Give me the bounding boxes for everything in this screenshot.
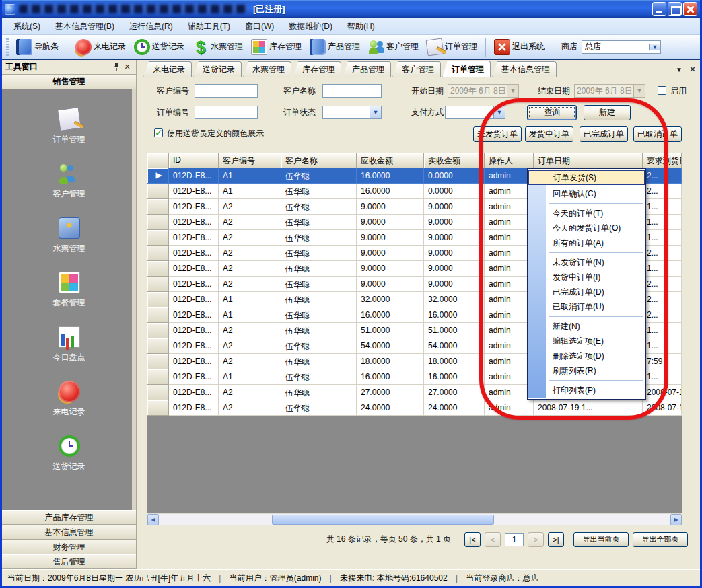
first-page-button[interactable]: |< bbox=[464, 532, 481, 547]
menubar-item[interactable]: 辅助工具(T) bbox=[180, 19, 238, 34]
tab-scroll-down-icon[interactable]: ▼ bbox=[676, 66, 682, 73]
tab-送货记录[interactable]: 送货记录 bbox=[193, 61, 242, 77]
end-date-picker[interactable]: 2009年 6月 8日 ▼ bbox=[574, 84, 645, 98]
context-menu-item-刷新列表(R)[interactable]: 刷新列表(R) bbox=[528, 363, 645, 378]
chevron-down-icon[interactable]: ▼ bbox=[649, 44, 660, 50]
context-menu-item-删除选定项(D)[interactable]: 删除选定项(D) bbox=[528, 348, 645, 363]
toolbar-button-order[interactable]: 订单管理 bbox=[424, 38, 480, 57]
pin-icon[interactable] bbox=[111, 62, 122, 73]
start-date-picker[interactable]: 2009年 6月 8日 ▼ bbox=[448, 84, 519, 98]
status-filter-button-已完成订单[interactable]: 已完成订单 bbox=[580, 126, 628, 142]
close-button[interactable] bbox=[683, 2, 697, 16]
toolbar-button-call[interactable]: 来电记录 bbox=[73, 38, 129, 57]
prev-page-button[interactable]: < bbox=[485, 532, 501, 547]
context-menu-item-今天的发货订单(O)[interactable]: 今天的发货订单(O) bbox=[528, 221, 645, 235]
last-page-button[interactable]: >| bbox=[548, 532, 564, 547]
minimize-button[interactable] bbox=[652, 2, 666, 16]
tab-产品管理[interactable]: 产品管理 bbox=[343, 61, 391, 77]
menubar-item[interactable]: 基本信息管理(B) bbox=[48, 19, 122, 34]
grid-column-header-操作人[interactable]: 操作人 bbox=[485, 153, 534, 168]
scroll-left-icon[interactable]: ◀ bbox=[147, 514, 159, 525]
context-menu-item-打印列表(P)[interactable]: 打印列表(P) bbox=[528, 383, 645, 398]
toolbar-button-dollar[interactable]: 水票管理 bbox=[190, 38, 246, 57]
menubar-item[interactable]: 帮助(H) bbox=[340, 19, 382, 34]
table-row[interactable]: 012D-E8...A2伍华聪24.000024.0000admin2008-0… bbox=[147, 400, 682, 416]
sidebar-section-产品库存管理[interactable]: 产品库存管理 bbox=[2, 510, 136, 525]
grid-column-header-实收金额[interactable]: 实收金额 bbox=[424, 153, 485, 168]
sidebar-item-水票管理[interactable]: 水票管理 bbox=[29, 217, 110, 254]
sidebar-section-财务管理[interactable]: 财务管理 bbox=[2, 540, 136, 554]
context-menu-item-所有的订单(A)[interactable]: 所有的订单(A) bbox=[528, 235, 645, 250]
grid-column-header-要求到货日期[interactable]: 要求到货日期 bbox=[643, 153, 682, 168]
tab-close-icon[interactable]: ✕ bbox=[689, 65, 696, 74]
maximize-button[interactable] bbox=[668, 2, 682, 16]
toolbar-button-navbar[interactable]: 导航条 bbox=[13, 38, 61, 57]
export-all-pages-button[interactable]: 导出全部页 bbox=[633, 532, 688, 547]
sidebar-close-icon[interactable]: ✕ bbox=[122, 62, 133, 73]
tab-来电记录[interactable]: 来电记录 bbox=[143, 61, 192, 77]
query-button[interactable]: 查询 bbox=[527, 105, 577, 120]
customer-no-input[interactable] bbox=[195, 84, 258, 98]
table-cell: A1 bbox=[219, 292, 281, 307]
status-filter-button-未发货订单[interactable]: 未发货订单 bbox=[473, 126, 522, 142]
toolbar-button-grid[interactable]: 库存管理 bbox=[248, 38, 304, 57]
page-number-input[interactable] bbox=[505, 533, 524, 546]
toolbar-separator bbox=[553, 38, 553, 57]
context-menu-item-新建(N)[interactable]: 新建(N) bbox=[528, 319, 645, 334]
context-menu-item-发货中订单(I)[interactable]: 发货中订单(I) bbox=[528, 270, 645, 285]
customer-name-input[interactable] bbox=[322, 84, 382, 98]
sidebar-item-今日盘点[interactable]: 今日盘点 bbox=[29, 326, 110, 363]
toolbar-button-people[interactable]: 客户管理 bbox=[365, 38, 421, 57]
toolbar-button-book[interactable]: 产品管理 bbox=[307, 38, 363, 57]
horizontal-scrollbar[interactable]: ◀ ▶ bbox=[147, 513, 682, 525]
sidebar-item-套餐管理[interactable]: 套餐管理 bbox=[29, 272, 110, 309]
new-button[interactable]: 新建 bbox=[584, 105, 631, 120]
enable-checkbox[interactable] bbox=[658, 86, 666, 95]
table-cell: 012D-E8... bbox=[169, 292, 219, 307]
menubar-item[interactable]: 数据维护(D) bbox=[281, 19, 340, 34]
tab-客户管理[interactable]: 客户管理 bbox=[392, 61, 441, 77]
grid-column-header-订单日期[interactable]: 订单日期 bbox=[534, 153, 643, 168]
row-selector bbox=[147, 246, 169, 261]
status-filter-button-已取消订单[interactable]: 已取消订单 bbox=[633, 126, 682, 142]
next-page-button[interactable]: > bbox=[528, 532, 544, 547]
context-menu-item-未发货订单(N)[interactable]: 未发货订单(N) bbox=[528, 255, 645, 270]
sidebar-section-售后管理[interactable]: 售后管理 bbox=[2, 554, 136, 569]
status-filter-button-发货中订单[interactable]: 发货中订单 bbox=[525, 126, 573, 142]
table-cell: 27.0000 bbox=[424, 385, 485, 400]
grid-column-header-客户编号[interactable]: 客户编号 bbox=[219, 153, 281, 168]
toolbar-button-clock[interactable]: 送货记录 bbox=[131, 38, 187, 57]
tab-订单管理[interactable]: 订单管理 bbox=[442, 61, 491, 77]
table-cell: A2 bbox=[219, 354, 281, 369]
order-no-input[interactable] bbox=[195, 106, 258, 119]
context-menu-item-订单发货(S)[interactable]: 订单发货(S) bbox=[528, 170, 645, 185]
order-status-select[interactable]: ▼ bbox=[322, 106, 382, 119]
grid-column-header-ID[interactable]: ID bbox=[169, 153, 219, 168]
shop-select[interactable]: 总店 ▼ bbox=[582, 40, 661, 54]
tab-基本信息管理[interactable]: 基本信息管理 bbox=[492, 61, 557, 77]
sidebar-section-基本信息管理[interactable]: 基本信息管理 bbox=[2, 525, 136, 540]
toolbar-button-exit[interactable]: 退出系统 bbox=[491, 38, 547, 57]
payment-method-select[interactable]: ▼ bbox=[445, 106, 505, 119]
export-current-page-button[interactable]: 导出当前页 bbox=[573, 532, 629, 547]
sidebar-item-订单管理[interactable]: 订单管理 bbox=[29, 108, 110, 145]
sidebar-section-sales[interactable]: 销售管理 bbox=[2, 75, 136, 89]
context-menu-item-今天的订单(T)[interactable]: 今天的订单(T) bbox=[528, 206, 645, 221]
context-menu-item-回单确认(C)[interactable]: 回单确认(C) bbox=[528, 186, 645, 201]
tab-水票管理[interactable]: 水票管理 bbox=[243, 61, 291, 77]
menubar-item[interactable]: 窗口(W) bbox=[238, 19, 281, 34]
menubar-item[interactable]: 系统(S) bbox=[6, 19, 48, 34]
deliveryman-color-checkbox[interactable] bbox=[154, 128, 163, 137]
scroll-right-icon[interactable]: ▶ bbox=[670, 514, 682, 525]
sidebar-item-来电记录[interactable]: 来电记录 bbox=[29, 381, 110, 418]
context-menu-item-已完成订单(D)[interactable]: 已完成订单(D) bbox=[528, 285, 645, 299]
grid-column-header-客户名称[interactable]: 客户名称 bbox=[281, 153, 357, 168]
grid-column-header-应收金额[interactable]: 应收金额 bbox=[357, 153, 424, 168]
context-menu-item-已取消订单(U)[interactable]: 已取消订单(U) bbox=[528, 299, 645, 314]
tab-库存管理[interactable]: 库存管理 bbox=[293, 61, 341, 77]
sidebar-item-送货记录[interactable]: 送货记录 bbox=[29, 435, 110, 472]
menubar-item[interactable]: 运行信息(R) bbox=[122, 19, 180, 34]
sidebar-item-客户管理[interactable]: 客户管理 bbox=[29, 163, 110, 200]
context-menu-item-编辑选定项(E)[interactable]: 编辑选定项(E) bbox=[528, 334, 645, 348]
scrollbar-thumb[interactable] bbox=[272, 515, 494, 525]
